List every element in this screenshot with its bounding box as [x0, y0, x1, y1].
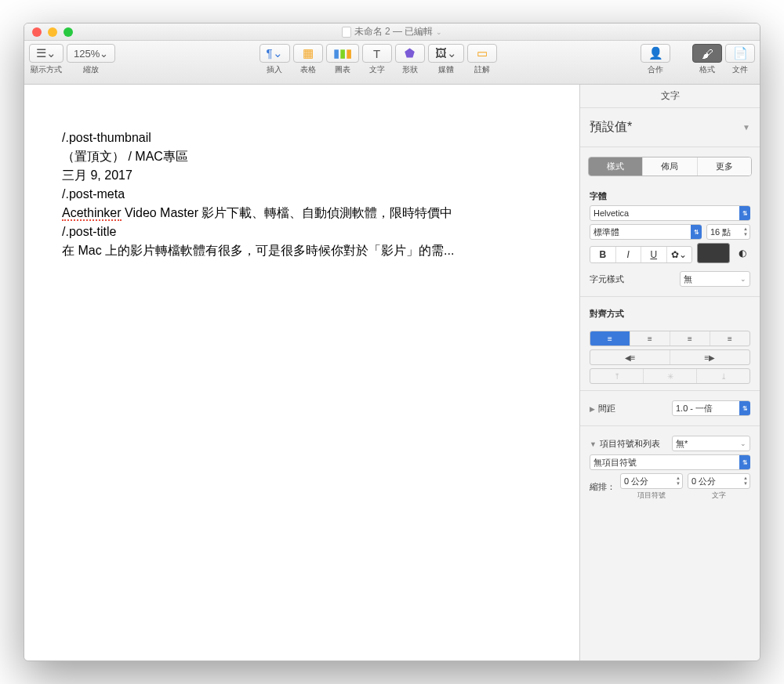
doc-line: （置頂文） / MAC專區 [62, 147, 542, 166]
underline-button[interactable]: U [641, 247, 667, 262]
line-spacing-select[interactable]: 1.0 - 一倍⇅ [672, 400, 750, 416]
table-button[interactable]: ▦表格 [293, 44, 323, 75]
seg-more[interactable]: 更多 [698, 157, 751, 176]
inspector-segments: 樣式 佈局 更多 [588, 157, 752, 176]
valign-bottom-button[interactable]: ⤓ [697, 369, 750, 383]
app-window: 未命名 2 — 已編輯 ⌄ ☰⌄顯示方式 125%⌄縮放 ¶⌄插入 ▦表格 ▮▮… [24, 23, 760, 661]
indent-label: 縮排： [590, 481, 615, 493]
valign-middle-button[interactable]: ✳ [644, 369, 697, 383]
align-right-button[interactable]: ≡ [670, 331, 710, 346]
doc-line: Acethinker Video Master 影片下載、轉檔、自動偵測軟體，限… [62, 204, 542, 223]
disclosure-icon[interactable]: ▼ [590, 440, 597, 448]
toolbar: ☰⌄顯示方式 125%⌄縮放 ¶⌄插入 ▦表格 ▮▮▮圖表 T文字 ⬟形狀 🖼⌄… [24, 41, 760, 85]
document-icon [342, 27, 351, 38]
valign-top-button[interactable]: ⤒ [590, 369, 644, 383]
text-indent-stepper[interactable]: 0 公分▲▼ [688, 473, 750, 489]
indent-buttons: ◀≡ ≡▶ [590, 349, 750, 365]
seg-layout[interactable]: 佈局 [643, 157, 697, 176]
collab-button[interactable]: 👤合作 [641, 44, 670, 75]
doc-line: 在 Mac 上的影片轉檔軟體有很多，可是很多時候你對於「影片」的需... [62, 241, 542, 260]
indent-button[interactable]: ≡▶ [670, 350, 750, 364]
shape-button[interactable]: ⬟形狀 [395, 44, 425, 75]
font-size-stepper[interactable]: 16 點▲▼ [706, 224, 750, 240]
text-options-button[interactable]: ✿⌄ [667, 247, 692, 262]
align-justify-button[interactable]: ≡ [710, 331, 750, 346]
bold-button[interactable]: B [590, 247, 616, 262]
comment-button[interactable]: ▭註解 [467, 44, 497, 75]
text-align-group: ≡ ≡ ≡ ≡ [590, 331, 750, 346]
inspector-panel: 文字 預設值*▼ 樣式 佈局 更多 字體 Helvetica⇅ 標準體⇅ 16 … [579, 85, 760, 660]
chart-button[interactable]: ▮▮▮圖表 [326, 44, 359, 75]
char-style-select[interactable]: 無⌄ [680, 271, 750, 287]
italic-button[interactable]: I [616, 247, 642, 262]
align-center-button[interactable]: ≡ [630, 331, 670, 346]
doc-line: 三月 9, 2017 [62, 166, 542, 185]
inspector-tab-text[interactable]: 文字 [580, 85, 760, 108]
spacing-label: 間距 [598, 404, 615, 413]
text-color-well[interactable] [697, 243, 730, 263]
window-title: 未命名 2 — 已編輯 ⌄ [24, 25, 760, 38]
paragraph-style-picker[interactable]: 預設值*▼ [580, 108, 760, 147]
list-style-select[interactable]: 無*⌄ [672, 436, 750, 451]
format-button[interactable]: 🖌格式 [692, 44, 722, 75]
media-button[interactable]: 🖼⌄媒體 [428, 44, 464, 75]
view-button[interactable]: ☰⌄顯示方式 [29, 44, 64, 75]
bullet-type-select[interactable]: 無項目符號⇅ [590, 454, 750, 470]
alignment-header: 對齊方式 [590, 308, 750, 320]
bullet-indent-stepper[interactable]: 0 公分▲▼ [620, 473, 683, 489]
font-header: 字體 [590, 190, 750, 202]
document-area[interactable]: /.post-thumbnail （置頂文） / MAC專區 三月 9, 201… [24, 85, 579, 660]
doc-line: /.post-meta [62, 185, 542, 204]
font-family-select[interactable]: Helvetica⇅ [590, 205, 750, 221]
color-picker-button[interactable]: ◐ [735, 243, 750, 263]
doc-line: /.post-thumbnail [62, 128, 542, 147]
document-button[interactable]: 📄文件 [725, 44, 755, 75]
char-style-label: 字元樣式 [590, 273, 624, 285]
titlebar: 未命名 2 — 已編輯 ⌄ [24, 24, 760, 41]
disclosure-icon[interactable]: ▶ [590, 405, 595, 413]
insert-button[interactable]: ¶⌄插入 [260, 44, 290, 75]
align-left-button[interactable]: ≡ [590, 331, 630, 346]
bullets-label: 項目符號和列表 [600, 439, 660, 448]
textbox-button[interactable]: T文字 [362, 44, 392, 75]
font-weight-select[interactable]: 標準體⇅ [590, 224, 702, 240]
doc-line: /.post-title [62, 223, 542, 241]
outdent-button[interactable]: ◀≡ [590, 350, 670, 364]
zoom-select[interactable]: 125%⌄縮放 [67, 44, 115, 75]
vertical-align-group: ⤒ ✳ ⤓ [590, 368, 750, 384]
seg-style[interactable]: 樣式 [589, 157, 643, 176]
